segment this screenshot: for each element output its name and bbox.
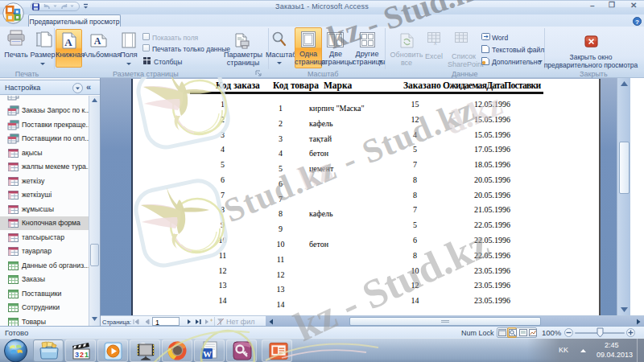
svg-text:x: x: [434, 40, 437, 45]
svg-text:A: A: [64, 36, 72, 48]
svg-text:2: 2: [80, 351, 84, 359]
svg-text:W: W: [203, 349, 212, 359]
svg-text:A: A: [94, 35, 101, 47]
svg-text:?: ?: [635, 19, 639, 26]
svg-text:3: 3: [75, 351, 79, 359]
svg-text:1: 1: [85, 351, 89, 359]
